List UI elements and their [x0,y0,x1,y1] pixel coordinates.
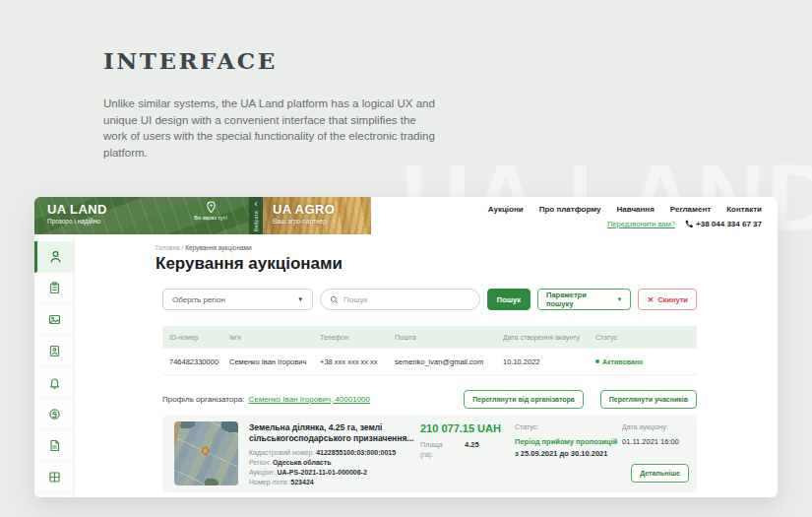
col-name: Ім'я [229,334,320,341]
app-header: UA LAND Прозоро і надійно Ви зараз тут! … [34,197,778,234]
nav-about-platform[interactable]: Про платформу [539,205,601,214]
location-label: Ви зараз тут! [180,215,241,221]
nav-regulations[interactable]: Регламент [670,205,711,214]
breadcrumb-home[interactable]: Головна [156,244,180,251]
callback-link[interactable]: Передзвонити вам? [607,220,675,228]
lot-status: Статус: Період прийому пропозицій з 25.0… [515,423,617,458]
current-location: Ви зараз тут! [180,201,241,221]
region-select[interactable]: Оберіть регіон ▼ [162,289,313,310]
accounts-table: ID-номер Ім'я Телефон Пошта Дата створен… [162,326,697,375]
region-select-value: Оберіть регіон [172,295,225,304]
sidebar-item-registry[interactable] [34,462,74,493]
area-label-2: (га): [420,450,443,460]
details-button[interactable]: Детальніше [631,464,689,483]
section-heading: INTERFACE [103,47,443,74]
col-id: ID-номер [162,334,229,341]
callback-row: Передзвонити вам? +38 044 334 67 37 [607,220,762,228]
document-icon [47,438,62,453]
search-button[interactable]: Пошук [487,289,531,310]
grid-icon [47,470,62,485]
location-pin-icon [206,201,217,214]
col-email: Пошта [395,334,503,341]
organizer-profile-link[interactable]: Семенко Іван Ігорович, 40001000 [248,395,370,404]
close-icon: ✕ [647,295,654,304]
area-label-1: Площа [420,440,443,450]
switcher-label: Вибрати [254,211,259,231]
auction-date-label: Дата аукціону: [622,423,679,430]
search-params-label: Параметри пошуку [546,291,612,308]
sidebar-item-profile[interactable] [34,241,74,273]
ua-agro-banner[interactable]: UA AGRO Ваш агро-партнер [263,197,371,234]
search-box [320,289,480,310]
breadcrumb: Головна / Керування аукціонами [156,244,252,251]
field-lot-number-label: Номер лота: [249,479,290,485]
app-body: Головна / Керування аукціонами Керування… [34,234,778,497]
coin-icon [47,407,62,421]
auction-card: Земельна ділянка, 4.25 га, землі сільськ… [162,415,697,492]
chevron-down-icon: ▼ [297,296,303,302]
reset-button[interactable]: ✕ Скинути [638,289,697,310]
lot-title: Земельна ділянка, 4.25 га, землі сільськ… [249,422,418,444]
sidebar-item-payments[interactable] [34,399,74,430]
field-region: Регіон: Одеська область [249,458,396,468]
nav-contacts[interactable]: Контакти [726,205,762,214]
field-auction: Аукціон: UA-PS-2021-11-01-000006-2 [249,468,396,478]
field-cadastre-label: Кадастровий номер: [249,449,316,456]
nav-auctions[interactable]: Аукціони [488,205,524,214]
status-badge: Активовано [595,358,697,365]
header-right: Аукціони Про платформу Навчання Регламен… [371,197,778,234]
search-params-button[interactable]: Параметри пошуку ▼ [537,289,631,310]
phone-number[interactable]: +38 044 334 67 37 [684,220,762,228]
reset-label: Скинути [657,295,688,304]
intro-section: INTERFACE Unlike similar systems, the UA… [103,47,443,162]
lot-status-period: з 25.09.2021 до 30.10.2021 [515,449,617,458]
bell-icon [47,375,62,390]
organizer-profile-row: Профіль організатора: Семенко Іван Ігоро… [162,389,697,409]
field-lot-number-value: 523424 [290,479,313,485]
field-auction-label: Аукціон: [249,469,277,476]
image-card-icon [47,312,62,327]
status-dot-icon [595,359,599,363]
breadcrumb-current: Керування аукціонами [185,244,251,251]
search-icon [330,295,339,304]
view-participants-button[interactable]: Переглянути учасників [600,390,697,409]
nav-training[interactable]: Навчання [617,205,655,214]
lot-fields: Кадастровий номер: 4122855100:03:000:001… [249,448,396,488]
cell-email: semenko_ivan@gmail.com [395,357,503,366]
auction-date-value: 01.11.2021 16:00 [622,437,679,446]
chevron-down-icon: ▼ [616,296,622,302]
field-lot-number: Номер лота: 523424 [249,478,396,487]
ua-land-logo: UA LAND Прозоро і надійно [47,203,107,225]
field-cadastre-value: 4122855100:03:000:0015 [316,449,396,456]
sidebar-item-contacts-book[interactable] [34,336,74,367]
platform-switcher[interactable]: ‹ Вибрати [249,197,263,234]
sidebar-item-applications[interactable] [34,273,74,304]
table-header-row: ID-номер Ім'я Телефон Пошта Дата створен… [162,326,697,349]
lot-area: Площа (га): 4.25 [420,440,443,460]
col-phone: Телефон [320,334,395,341]
field-region-value: Одеська область [273,459,331,466]
cell-id: 746482330000 [162,357,229,366]
organizer-profile-label: Профіль організатора: [162,395,244,404]
ua-land-logo-title: UA LAND [47,203,107,218]
cell-created: 10.10.2022 [503,357,595,366]
sidebar-item-documents[interactable] [34,430,74,462]
sidebar [34,234,75,497]
lot-auction-date: Дата аукціону: 01.11.2021 16:00 [622,423,679,446]
main-nav: Аукціони Про платформу Навчання Регламен… [488,205,762,214]
area-value: 4.25 [465,440,479,451]
map-pin-icon [201,446,211,456]
phone-number-text: +38 044 334 67 37 [696,220,762,228]
page-title: Керування аукціонами [156,254,343,274]
user-icon [48,249,63,264]
ua-agro-logo-tagline: Ваш агро-партнер [273,218,335,225]
cell-status: Активовано [595,358,697,365]
view-organizer-button[interactable]: Переглянути від організатора [464,390,583,409]
ua-land-logo-tagline: Прозоро і надійно [47,218,107,225]
cell-name: Семенко Іван Ігорович [229,357,320,366]
sidebar-item-notifications[interactable] [34,367,74,399]
col-created: Дата створення акаунту [503,334,595,341]
sidebar-item-lots[interactable] [34,304,74,336]
search-input[interactable] [344,295,462,304]
ua-land-banner: UA LAND Прозоро і надійно Ви зараз тут! [34,197,249,234]
